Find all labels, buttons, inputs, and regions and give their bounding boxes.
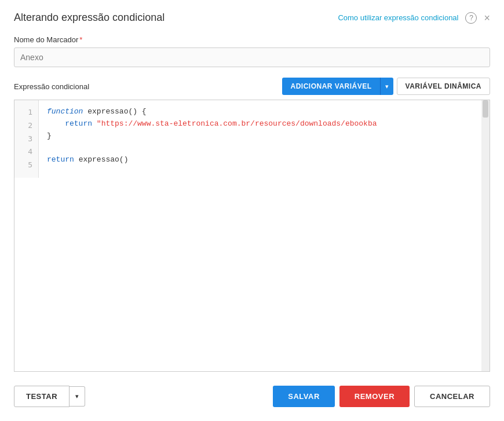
dynamic-variable-button[interactable]: VARIÁVEL DINÂMICA	[397, 78, 490, 95]
modal-header-right: Como utilizar expressão condicional ? ×	[338, 12, 490, 24]
line-number-3: 3	[14, 133, 38, 146]
marker-name-input[interactable]	[14, 47, 490, 67]
line-number-1: 1	[14, 106, 38, 119]
close-icon[interactable]: ×	[484, 13, 490, 23]
line-number-4: 4	[14, 145, 38, 159]
footer-left: TESTAR ▾	[14, 386, 85, 407]
line-numbers: 1 2 3 4 5	[14, 100, 39, 178]
required-star: *	[79, 35, 82, 44]
expression-buttons: ADICIONAR VARIÁVEL ▾ VARIÁVEL DINÂMICA	[282, 78, 490, 95]
add-variable-chevron-button[interactable]: ▾	[380, 78, 393, 95]
code-editor-inner: 1 2 3 4 5 function expressao() { return …	[14, 100, 490, 178]
add-variable-button[interactable]: ADICIONAR VARIÁVEL	[282, 78, 379, 95]
modal-title: Alterando expressão condicional	[14, 12, 165, 24]
footer-right: SALVAR REMOVER CANCELAR	[273, 386, 490, 407]
help-link[interactable]: Como utilizar expressão condicional	[338, 13, 458, 22]
line-number-2: 2	[14, 119, 38, 133]
test-chevron-button[interactable]: ▾	[70, 386, 85, 407]
test-button[interactable]: TESTAR	[14, 386, 70, 407]
footer: TESTAR ▾ SALVAR REMOVER CANCELAR	[14, 386, 490, 407]
help-icon[interactable]: ?	[465, 12, 477, 24]
cancel-button[interactable]: CANCELAR	[414, 386, 490, 407]
code-content[interactable]: function expressao() { return "https://w…	[39, 100, 490, 178]
field-label-container: Nome do Marcador*	[14, 35, 490, 78]
vertical-scrollbar-thumb[interactable]	[483, 100, 488, 118]
field-label: Nome do Marcador*	[14, 35, 490, 44]
modal-container: Alterando expressão condicional Como uti…	[0, 0, 504, 421]
vertical-scrollbar-track	[481, 100, 490, 371]
code-editor[interactable]: 1 2 3 4 5 function expressao() { return …	[14, 100, 490, 372]
remove-button[interactable]: REMOVER	[339, 386, 410, 407]
expression-header: Expressão condicional ADICIONAR VARIÁVEL…	[14, 78, 490, 95]
modal-header: Alterando expressão condicional Como uti…	[14, 12, 490, 24]
save-button[interactable]: SALVAR	[273, 386, 335, 407]
expression-label: Expressão condicional	[14, 82, 89, 91]
line-number-5: 5	[14, 159, 38, 172]
